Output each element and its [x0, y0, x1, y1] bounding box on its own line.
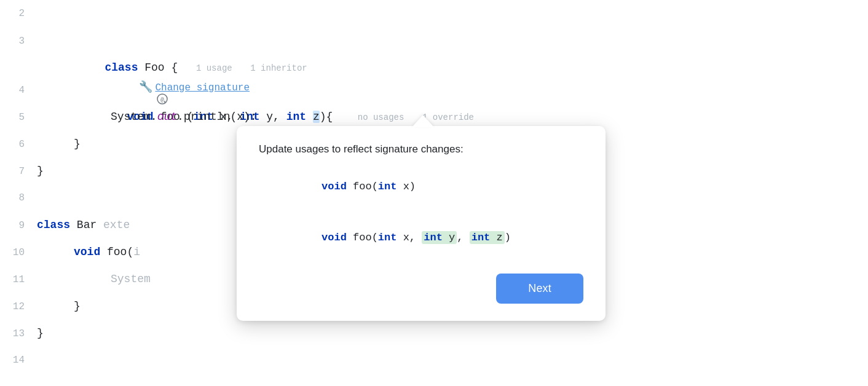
- line-number-8: 8: [0, 184, 37, 211]
- popup-title: Update usages to reflect signature chang…: [259, 143, 583, 156]
- line-content-13: }: [37, 320, 868, 347]
- line-14: 14: [0, 347, 868, 374]
- popup-comma-2: ,: [457, 232, 469, 243]
- line-number-12: 12: [0, 293, 37, 320]
- popup-int-z-kw: int: [471, 232, 491, 243]
- popup-footer: Next: [259, 274, 583, 304]
- popup-void-2: void: [322, 232, 347, 243]
- line-number-5: 5: [0, 104, 37, 131]
- line-number-14: 14: [0, 347, 37, 374]
- popup-close-2: ): [505, 232, 511, 243]
- field-out: out: [157, 111, 177, 123]
- popup-int-y-kw: int: [424, 232, 443, 243]
- line-number-11: 11: [0, 266, 37, 293]
- popup-code-row-1: void foo(int x): [259, 169, 583, 211]
- popup-foo-1: foo(: [347, 181, 378, 192]
- line-number-4: 4: [0, 77, 37, 104]
- line-2: 2: [0, 0, 868, 27]
- popup-code-2: void foo(int x, int y, int z): [259, 220, 511, 255]
- line-number-7: 7: [0, 158, 37, 185]
- popup-foo-2: foo(: [347, 232, 378, 243]
- line-number-6: 6: [0, 131, 37, 158]
- code-editor: 2 3 @ class Foo { 1 usage 1 inheritor 🔧C…: [0, 0, 868, 386]
- popup-int-2: int: [378, 232, 397, 243]
- keyword-void-10: void: [74, 246, 100, 258]
- line-number-9: 9: [0, 212, 37, 239]
- change-signature-line: 🔧Change signature: [0, 54, 868, 76]
- signature-change-popup: Update usages to reflect signature chang…: [237, 126, 606, 321]
- line-number-13: 13: [0, 320, 37, 347]
- popup-int-1: int: [378, 181, 397, 192]
- popup-int-y-highlight: int y: [422, 231, 457, 244]
- popup-space-2: x,: [397, 232, 422, 243]
- popup-code-1: void foo(int x): [259, 169, 416, 204]
- keyword-class-9: class: [37, 219, 70, 231]
- popup-void-1: void: [322, 181, 347, 192]
- class-bar-name: Bar: [77, 219, 97, 231]
- line-number-2: 2: [0, 0, 37, 27]
- line-4: 4 void foo (int x, int y, int z){ no usa…: [0, 76, 868, 103]
- line-number-3: 3: [0, 28, 37, 55]
- popup-int-z-highlight: int z: [470, 231, 505, 244]
- line-3: 3 @ class Foo { 1 usage 1 inheritor: [0, 27, 868, 54]
- next-button[interactable]: Next: [496, 274, 583, 304]
- popup-code-row-2: void foo(int x, int y, int z): [259, 220, 583, 262]
- popup-x-1: x): [397, 181, 416, 192]
- line-13: 13 }: [0, 320, 868, 347]
- line-number-10: 10: [0, 239, 37, 266]
